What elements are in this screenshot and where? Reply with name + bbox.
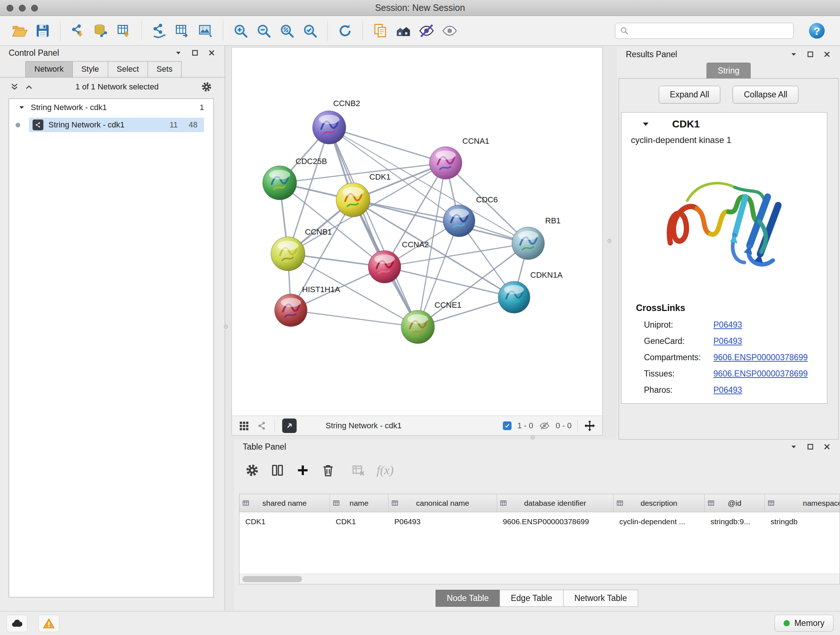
tab-network-table[interactable]: Network Table [563,590,638,607]
open-in-new-window-button[interactable] [282,418,297,433]
results-panel-collapse-button[interactable] [790,51,797,58]
import-network-file-button[interactable] [66,19,89,42]
zoom-selected-button[interactable] [298,19,322,42]
zoom-fit-button[interactable] [275,19,298,42]
crosslink-link[interactable]: P06493 [714,385,742,395]
network-node-CDC25B[interactable] [263,166,297,200]
network-node-RB1[interactable] [512,227,545,260]
pan-mode-button[interactable] [584,420,596,432]
column-header-namespace[interactable]: namespace [765,494,840,512]
table-cell[interactable]: CDK1 [330,517,388,526]
network-row[interactable]: String Network - cdk1 11 48 [9,116,213,134]
crosslink-link[interactable]: 9606.ENSP00000378699 [714,369,808,379]
network-node-CCNB1[interactable] [271,237,305,271]
zoom-out-button[interactable] [252,19,275,42]
export-image-button[interactable] [194,19,217,42]
network-node-CCNB2[interactable] [313,111,346,144]
network-node-HIST1H1A[interactable] [275,294,307,326]
warnings-button[interactable] [38,615,59,632]
add-column-button[interactable] [295,463,310,478]
network-options-button[interactable] [201,81,212,93]
open-session-button[interactable] [8,19,31,42]
export-table-button[interactable] [171,19,194,42]
memory-button[interactable]: Memory [775,615,834,632]
crosslink-link[interactable]: 9606.ENSP00000378699 [714,353,808,363]
save-session-button[interactable] [31,19,54,42]
tab-edge-table[interactable]: Edge Table [500,590,564,607]
network-node-CDKN1A[interactable] [498,281,530,313]
selected-network-item[interactable]: String Network - cdk1 11 48 [29,118,204,132]
control-panel-float-button[interactable] [191,49,199,57]
control-panel-collapse-button[interactable] [175,49,182,57]
horizontal-scrollbar[interactable] [240,574,840,584]
column-header-name[interactable]: name [330,494,388,512]
function-builder-button[interactable]: f(x) [377,463,393,477]
network-collection-row[interactable]: String Network - cdk1 1 [9,99,213,116]
right-splitter-handle[interactable] [607,239,611,243]
control-panel-close-button[interactable] [208,49,215,57]
table-cell[interactable]: cyclin-dependent ... [614,517,705,526]
network-node-CCNA2[interactable] [368,250,401,283]
copy-network-button[interactable] [369,19,392,42]
edge-HIST1H1A-CCNE1[interactable] [291,310,418,327]
network-node-CCNA1[interactable] [429,147,462,179]
crosslink-link[interactable]: P06493 [714,320,742,330]
show-all-button[interactable] [438,19,461,42]
table-row[interactable]: CDK1 CDK1 P06493 9606.ENSP00000378699 cy… [240,512,840,531]
table-cell[interactable]: stringdb [765,517,840,526]
left-splitter-handle[interactable] [224,325,228,329]
delete-column-button[interactable] [321,463,335,478]
refresh-layout-button[interactable] [333,19,357,42]
column-header-description[interactable]: description [614,494,705,512]
show-columns-button[interactable] [270,463,285,478]
tab-network[interactable]: Network [25,61,73,77]
network-node-CDC6[interactable] [443,205,475,237]
birds-eye-view-button[interactable] [256,420,267,431]
minimize-window-button[interactable] [19,5,26,11]
tab-node-table[interactable]: Node Table [436,590,500,607]
close-window-button[interactable] [6,5,13,11]
edge-CCNB2-CCNA1[interactable] [329,127,446,163]
export-network-button[interactable] [148,19,171,42]
edge-CCNA2-CDKN1A[interactable] [385,267,514,297]
expand-all-button[interactable]: Expand All [659,86,721,103]
zoom-in-button[interactable] [229,19,252,42]
table-panel-float-button[interactable] [807,443,814,450]
tab-string[interactable]: String [706,63,751,79]
column-header-id[interactable]: @id [705,494,765,512]
results-panel-float-button[interactable] [807,51,814,58]
network-overview-button[interactable] [392,19,415,42]
card-disclosure-button[interactable] [642,120,650,128]
results-panel-close-button[interactable] [823,51,831,58]
import-table-button[interactable] [112,19,136,42]
network-view[interactable]: CCNB2CCNA1CDC25BCDK1CDC6RB1CCNB1CCNA2CDK… [232,47,603,435]
edge-CCNB2-CCNE1[interactable] [329,127,418,327]
network-node-CDK1[interactable] [336,183,370,217]
column-header-database-identifier[interactable]: database identifier [497,494,614,512]
expand-all-networks-button[interactable] [25,82,33,91]
grid-view-button[interactable] [238,420,249,431]
column-header-canonical-name[interactable]: canonical name [388,494,497,512]
collapse-all-button[interactable]: Collapse All [733,86,798,103]
cloud-status-button[interactable] [6,615,27,632]
disclosure-triangle-icon[interactable] [19,104,25,111]
column-header-shared-name[interactable]: shared name [240,494,330,512]
table-cell[interactable]: CDK1 [240,517,330,526]
selected-items-checkbox[interactable] [503,421,512,430]
tab-style[interactable]: Style [73,61,108,77]
scrollbar-thumb[interactable] [242,576,302,582]
horizontal-splitter-handle[interactable] [531,435,535,440]
search-input[interactable] [633,26,789,35]
tab-select[interactable]: Select [108,61,148,77]
table-cell[interactable]: P06493 [388,517,497,526]
network-node-CCNE1[interactable] [401,310,434,344]
table-cell[interactable]: stringdb:9... [705,517,765,526]
table-panel-close-button[interactable] [823,443,831,450]
crosslink-link[interactable]: P06493 [714,336,742,346]
table-options-button[interactable] [245,463,259,478]
tab-sets[interactable]: Sets [148,61,182,77]
delete-table-button[interactable] [351,463,366,478]
network-canvas[interactable]: CCNB2CCNA1CDC25BCDK1CDC6RB1CCNB1CCNA2CDK… [232,48,602,416]
zoom-window-button[interactable] [31,5,38,11]
import-network-database-button[interactable] [89,19,112,42]
